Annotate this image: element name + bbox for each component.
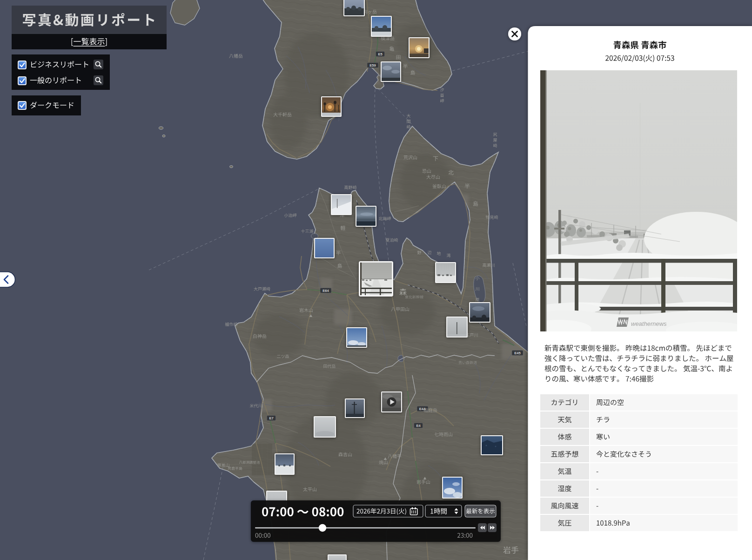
- svg-text:E45: E45: [514, 351, 520, 355]
- svg-text:E59: E59: [369, 63, 376, 67]
- svg-text:weathernews: weathernews: [631, 320, 667, 327]
- svg-text:E4: E4: [416, 424, 421, 428]
- svg-text:E5: E5: [378, 52, 382, 56]
- svg-text:E64: E64: [322, 289, 329, 293]
- svg-text:E4A: E4A: [419, 407, 426, 411]
- svg-text:E7: E7: [269, 416, 273, 420]
